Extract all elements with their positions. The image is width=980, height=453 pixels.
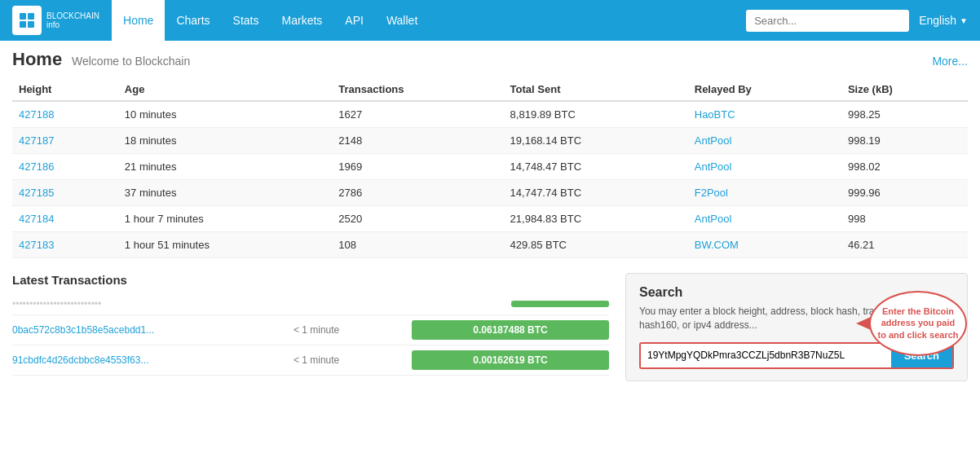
- relayed-by-link[interactable]: HaoBTC: [695, 108, 735, 121]
- page-title: Home: [12, 49, 62, 69]
- table-row: 427183 1 hour 51 minutes 108 429.85 BTC …: [12, 232, 968, 258]
- callout-arrow: [856, 317, 871, 330]
- chevron-down-icon: ▼: [960, 16, 968, 25]
- search-panel: Search You may enter a block height, add…: [625, 273, 968, 381]
- block-height-link[interactable]: 427187: [19, 134, 54, 147]
- svg-rect-0: [20, 13, 26, 20]
- block-transactions: 2520: [332, 206, 503, 232]
- nav-stats[interactable]: Stats: [222, 0, 271, 41]
- tx-amount: 0.00162619 BTC: [412, 350, 609, 370]
- block-transactions: 2786: [332, 180, 503, 206]
- main-content: Home Welcome to Blockchain More... Heigh…: [0, 41, 980, 389]
- logo-text: BLOCKCHAIN info: [46, 11, 99, 29]
- block-height-link[interactable]: 427188: [19, 108, 54, 121]
- block-total-sent: 8,819.89 BTC: [504, 101, 688, 128]
- page-title-area: Home Welcome to Blockchain: [12, 49, 190, 70]
- block-transactions: 2148: [332, 128, 503, 154]
- blockchain-logo-icon: [12, 6, 42, 35]
- nav-charts[interactable]: Charts: [165, 0, 221, 41]
- block-height-link[interactable]: 427184: [19, 213, 54, 225]
- col-age: Age: [118, 78, 332, 101]
- nav-home[interactable]: Home: [112, 0, 165, 41]
- col-transactions: Transactions: [332, 78, 503, 101]
- block-age: 1 hour 51 minutes: [118, 232, 332, 258]
- logo-area: BLOCKCHAIN info: [12, 6, 99, 35]
- header-search-input[interactable]: [746, 10, 909, 32]
- nav-wallet[interactable]: Wallet: [375, 0, 429, 41]
- callout-bubble: Enter the Bitcoin address you paid to an…: [869, 291, 967, 356]
- block-size: 998.02: [841, 154, 968, 180]
- block-age: 18 minutes: [118, 128, 332, 154]
- relayed-by-link[interactable]: F2Pool: [695, 187, 728, 199]
- tx-hash-link[interactable]: 0bac572c8b3c1b58e5acebdd1...: [12, 324, 284, 336]
- relayed-by-link[interactable]: AntPool: [695, 213, 732, 225]
- block-size: 998.25: [841, 101, 968, 128]
- tx-hash-link[interactable]: 91cbdfc4d26dcbbc8e4553f63...: [12, 354, 284, 366]
- block-total-sent: 429.85 BTC: [504, 232, 688, 258]
- latest-transactions: Latest Transactions ••••••••••••••••••••…: [12, 273, 609, 376]
- latest-transactions-title: Latest Transactions: [12, 273, 609, 287]
- table-row: 0bac572c8b3c1b58e5acebdd1... < 1 minute …: [12, 315, 609, 345]
- nav-api[interactable]: API: [333, 0, 375, 41]
- header-right: English ▼: [746, 10, 968, 32]
- block-transactions: 1969: [332, 154, 503, 180]
- block-age: 10 minutes: [118, 101, 332, 128]
- logo-sub: info: [46, 20, 99, 29]
- bottom-row: Latest Transactions ••••••••••••••••••••…: [12, 273, 968, 381]
- language-label: English: [919, 14, 956, 27]
- relayed-by-link[interactable]: AntPool: [695, 161, 732, 173]
- more-link[interactable]: More...: [932, 55, 968, 68]
- block-age: 37 minutes: [118, 180, 332, 206]
- block-size: 998: [841, 206, 968, 232]
- svg-rect-2: [20, 21, 26, 28]
- relayed-by-link[interactable]: AntPool: [695, 134, 732, 147]
- block-transactions: 1627: [332, 101, 503, 128]
- blocks-table: Height Age Transactions Total Sent Relay…: [12, 78, 968, 258]
- col-size: Size (kB): [841, 78, 968, 101]
- col-total-sent: Total Sent: [504, 78, 688, 101]
- tx-row-partial: ••••••••••••••••••••••••••: [12, 293, 609, 315]
- language-selector[interactable]: English ▼: [919, 14, 968, 27]
- logo-name: BLOCKCHAIN: [46, 11, 99, 20]
- logo-svg: [18, 11, 36, 29]
- search-address-input[interactable]: [641, 344, 891, 367]
- main-nav: Home Charts Stats Markets API Wallet: [112, 0, 429, 41]
- table-row: 427185 37 minutes 2786 14,747.74 BTC F2P…: [12, 180, 968, 206]
- block-total-sent: 19,168.14 BTC: [504, 128, 688, 154]
- table-row: 427187 18 minutes 2148 19,168.14 BTC Ant…: [12, 128, 968, 154]
- page-title-row: Home Welcome to Blockchain More...: [12, 49, 968, 70]
- page-subtitle: Welcome to Blockchain: [72, 55, 190, 68]
- block-size: 46.21: [841, 232, 968, 258]
- header: BLOCKCHAIN info Home Charts Stats Market…: [0, 0, 980, 41]
- svg-rect-1: [28, 13, 34, 20]
- callout: Enter the Bitcoin address you paid to an…: [869, 291, 975, 356]
- block-height-link[interactable]: 427183: [19, 239, 54, 251]
- table-row: 427188 10 minutes 1627 8,819.89 BTC HaoB…: [12, 101, 968, 128]
- table-row: 427186 21 minutes 1969 14,748.47 BTC Ant…: [12, 154, 968, 180]
- block-height-link[interactable]: 427186: [19, 161, 54, 173]
- tx-bar: [511, 301, 609, 307]
- col-height: Height: [12, 78, 118, 101]
- block-size: 998.19: [841, 128, 968, 154]
- block-total-sent: 21,984.83 BTC: [504, 206, 688, 232]
- block-height-link[interactable]: 427185: [19, 187, 54, 199]
- block-total-sent: 14,747.74 BTC: [504, 180, 688, 206]
- svg-rect-3: [28, 21, 34, 28]
- table-row: 427184 1 hour 7 minutes 2520 21,984.83 B…: [12, 206, 968, 232]
- block-transactions: 108: [332, 232, 503, 258]
- relayed-by-link[interactable]: BW.COM: [695, 239, 739, 251]
- tx-time: < 1 minute: [294, 324, 402, 336]
- col-relayed-by: Relayed By: [688, 78, 841, 101]
- tx-amount: 0.06187488 BTC: [412, 320, 609, 340]
- tx-time: < 1 minute: [294, 354, 402, 366]
- nav-markets[interactable]: Markets: [271, 0, 334, 41]
- block-age: 21 minutes: [118, 154, 332, 180]
- block-size: 999.96: [841, 180, 968, 206]
- block-age: 1 hour 7 minutes: [118, 206, 332, 232]
- tx-hash-partial: ••••••••••••••••••••••••••: [12, 298, 501, 310]
- table-row: 91cbdfc4d26dcbbc8e4553f63... < 1 minute …: [12, 345, 609, 376]
- callout-text: Enter the Bitcoin address you paid to an…: [877, 306, 959, 341]
- block-total-sent: 14,748.47 BTC: [504, 154, 688, 180]
